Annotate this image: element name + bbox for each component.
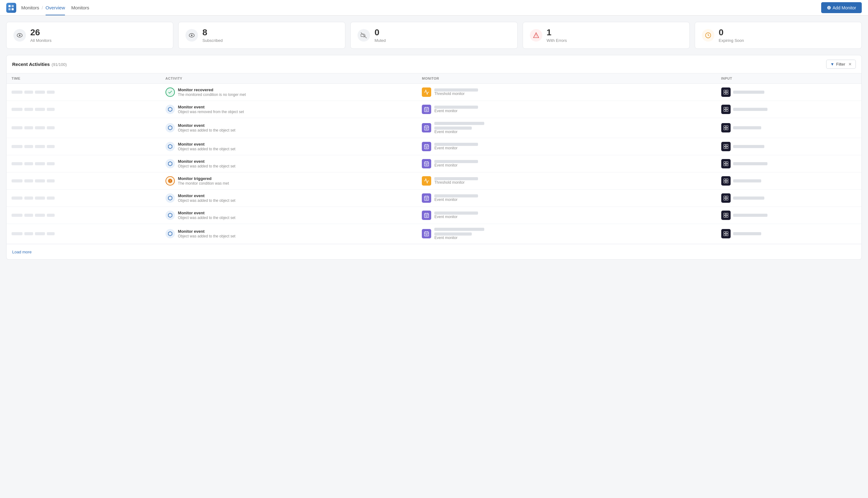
activity-desc: Object was added to the object set xyxy=(178,215,235,220)
activity-desc: The monitored condition is no longer met xyxy=(178,92,246,97)
stat-card-subscribed[interactable]: 8 Subscribed xyxy=(178,22,345,49)
table-row[interactable]: Monitor event Object was added to the ob… xyxy=(6,118,862,138)
load-more-row: Load more xyxy=(6,244,862,259)
table-row[interactable]: Monitor event Object was added to the ob… xyxy=(6,207,862,224)
cell-activity: Monitor event Object was added to the ob… xyxy=(161,224,417,244)
monitor-name-wrap: Event monitor xyxy=(434,122,484,134)
col-header-input: INPUT xyxy=(716,74,862,84)
tab-overview[interactable]: Overview xyxy=(45,5,65,15)
svg-rect-31 xyxy=(726,126,728,128)
cell-monitor: Event monitor xyxy=(417,189,716,207)
cell-monitor: Event monitor xyxy=(417,207,716,224)
stat-number-subscribed: 8 xyxy=(202,28,222,38)
svg-rect-82 xyxy=(724,232,725,234)
add-icon: ⊕ xyxy=(827,5,831,11)
svg-rect-29 xyxy=(425,128,428,129)
filter-label: Filter xyxy=(836,62,845,67)
svg-rect-1 xyxy=(12,5,14,7)
svg-rect-30 xyxy=(724,126,725,128)
activity-text: Monitor recovered The monitored conditio… xyxy=(178,88,246,97)
table-row[interactable]: Monitor event Object was added to the ob… xyxy=(6,189,862,207)
tab-monitors[interactable]: Monitors xyxy=(71,5,89,10)
stat-number-muted: 0 xyxy=(374,28,385,38)
stat-number-errors: 1 xyxy=(547,28,567,38)
svg-rect-75 xyxy=(724,215,725,218)
app-logo[interactable] xyxy=(6,3,16,13)
recent-activities-panel: Recent Activities(91/100) ▼ Filter ✕ TIM… xyxy=(6,55,862,260)
svg-rect-14 xyxy=(724,92,725,94)
panel-title: Recent Activities(91/100) xyxy=(12,62,67,67)
input-icon xyxy=(721,159,731,168)
cell-input xyxy=(716,189,862,207)
svg-rect-58 xyxy=(726,181,728,183)
stat-card-expiring[interactable]: 0 Expiring Soon xyxy=(695,22,862,49)
svg-rect-32 xyxy=(724,128,725,130)
svg-rect-20 xyxy=(425,110,428,110)
svg-point-54 xyxy=(170,182,171,182)
activity-desc: Object was added to the object set xyxy=(178,234,235,238)
stats-row: 26 All Monitors 8 Subscribed 0 Muted 1 W… xyxy=(0,16,868,55)
cell-monitor: Event monitor xyxy=(417,118,716,138)
breadcrumb-root[interactable]: Monitors xyxy=(21,5,39,10)
activity-title: Monitor event xyxy=(178,211,235,215)
monitor-name-wrap: Event monitor xyxy=(434,160,478,168)
cell-time xyxy=(6,101,161,118)
monitor-icon-event xyxy=(422,123,431,132)
monitor-name-wrap: Event monitor xyxy=(434,228,484,240)
svg-rect-12 xyxy=(724,90,725,92)
table-row[interactable]: Monitor event Object was added to the ob… xyxy=(6,155,862,172)
monitor-name-wrap: Event monitor xyxy=(434,194,478,202)
stat-card-muted[interactable]: 0 Muted xyxy=(350,22,517,49)
table-row[interactable]: Monitor triggered The monitor condition … xyxy=(6,172,862,189)
cell-activity: Monitor triggered The monitor condition … xyxy=(161,172,417,189)
table-row[interactable]: Monitor event Object was added to the ob… xyxy=(6,138,862,155)
svg-rect-13 xyxy=(726,90,728,92)
activity-title: Monitor event xyxy=(178,123,235,128)
add-monitor-button[interactable]: ⊕ Add Monitor xyxy=(821,2,862,13)
activity-icon-event xyxy=(165,105,175,114)
input-icon xyxy=(721,123,731,132)
stat-info-errors: 1 With Errors xyxy=(547,28,567,43)
input-icon xyxy=(721,88,731,97)
input-icon xyxy=(721,211,731,220)
cell-monitor: Threshold monitor xyxy=(417,83,716,101)
table-row[interactable]: Monitor event Object was removed from th… xyxy=(6,101,862,118)
activities-table: TIME ACTIVITY MONITOR INPUT Monitor reco… xyxy=(6,74,862,244)
cell-activity: Monitor recovered The monitored conditio… xyxy=(161,83,417,101)
svg-rect-56 xyxy=(726,179,728,181)
input-icon xyxy=(721,193,731,203)
input-icon xyxy=(721,229,731,238)
activity-desc: Object was added to the object set xyxy=(178,147,235,151)
cell-monitor: Threshold monitor xyxy=(417,172,716,189)
filter-button[interactable]: ▼ Filter ✕ xyxy=(826,60,856,69)
stat-info-muted: 0 Muted xyxy=(374,28,385,43)
cell-activity: Monitor event Object was removed from th… xyxy=(161,101,417,118)
monitor-icon-event xyxy=(422,159,431,168)
svg-rect-38 xyxy=(425,147,428,148)
table-row[interactable]: Monitor event Object was added to the ob… xyxy=(6,224,862,244)
stat-label-subscribed: Subscribed xyxy=(202,38,222,43)
activity-icon-event xyxy=(165,159,175,168)
stat-icon-errors xyxy=(530,29,542,41)
activity-icon-recovered xyxy=(165,88,175,97)
stat-info-all: 26 All Monitors xyxy=(30,28,52,43)
close-filter-icon[interactable]: ✕ xyxy=(848,62,852,67)
monitor-type: Event monitor xyxy=(434,109,478,113)
load-more-button[interactable]: Load more xyxy=(12,250,31,254)
stat-info-subscribed: 8 Subscribed xyxy=(202,28,222,43)
activity-text: Monitor event Object was added to the ob… xyxy=(178,229,235,238)
activity-icon-triggered xyxy=(165,176,175,186)
breadcrumb-separator: / xyxy=(42,5,43,10)
stat-number-expiring: 0 xyxy=(719,28,744,38)
svg-rect-21 xyxy=(724,107,725,109)
activity-title: Monitor recovered xyxy=(178,88,246,92)
monitor-icon-threshold xyxy=(422,88,431,97)
table-row[interactable]: Monitor recovered The monitored conditio… xyxy=(6,83,862,101)
cell-time xyxy=(6,155,161,172)
stat-card-errors[interactable]: 1 With Errors xyxy=(523,22,690,49)
svg-rect-59 xyxy=(424,196,429,200)
cell-input xyxy=(716,118,862,138)
cell-monitor: Event monitor xyxy=(417,101,716,118)
monitor-type: Event monitor xyxy=(434,197,478,202)
stat-card-all[interactable]: 26 All Monitors xyxy=(6,22,173,49)
